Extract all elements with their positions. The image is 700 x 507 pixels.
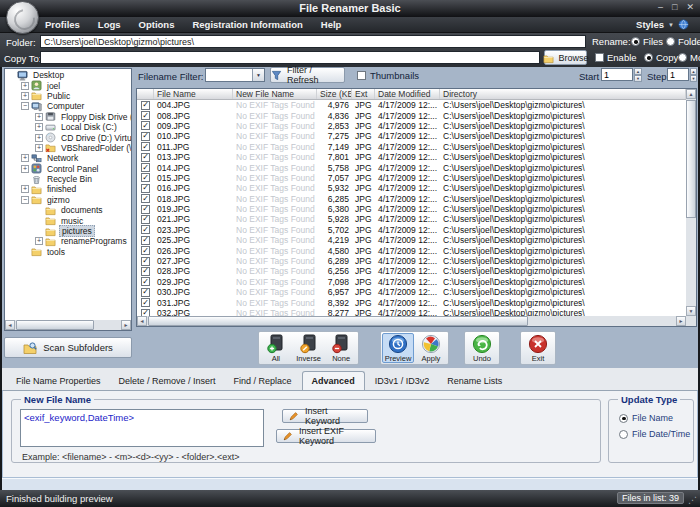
tree-expander-icon[interactable]: + (35, 237, 43, 245)
step-up-icon[interactable]: ▲ (690, 68, 697, 75)
step-input[interactable] (667, 68, 689, 81)
tree-item-network[interactable]: +Network (5, 153, 131, 163)
row-checkbox[interactable]: ✓ (141, 194, 150, 203)
scroll-left-icon[interactable]: ◄ (5, 320, 15, 330)
tree-item-vbsharedfolder-vboxsvr-2[interactable]: +VBSharedFolder (\\vboxsvr) (2 (5, 143, 131, 153)
tree-expander-icon[interactable]: − (21, 196, 29, 204)
row-checkbox[interactable]: ✓ (141, 205, 150, 214)
table-row[interactable]: ✓021.JPGNo EXIF Tags Found5,928JPG4/17/2… (137, 214, 686, 224)
row-checkbox[interactable]: ✓ (141, 277, 150, 286)
row-checkbox[interactable]: ✓ (141, 267, 150, 276)
tree-item-floppy-disk-drive-a[interactable]: +Floppy Disk Drive (A:) (5, 112, 131, 122)
copy-radio[interactable] (644, 53, 653, 62)
row-checkbox[interactable]: ✓ (141, 288, 150, 297)
exit-button[interactable]: Exit (522, 333, 554, 363)
tree-item-finished[interactable]: +finished (5, 184, 131, 194)
table-row[interactable]: ✓018.JPGNo EXIF Tags Found6,285JPG4/17/2… (137, 194, 686, 204)
menu-help[interactable]: Help (312, 19, 351, 30)
tab-delete-remove-insert[interactable]: Delete / Remove / Insert (111, 373, 224, 390)
tree-horizontal-scrollbar[interactable]: ◄ ► (5, 320, 131, 330)
inverse-button[interactable]: Inverse (293, 333, 325, 363)
row-checkbox[interactable]: ✓ (141, 298, 150, 307)
table-row[interactable]: ✓011.JPGNo EXIF Tags Found7,149JPG4/17/2… (137, 142, 686, 152)
all-button[interactable]: All (260, 333, 292, 363)
table-row[interactable]: ✓028.JPGNo EXIF Tags Found6,256JPG4/17/2… (137, 266, 686, 276)
row-checkbox[interactable]: ✓ (141, 309, 150, 317)
tree-item-recycle-bin[interactable]: +Recycle Bin (5, 174, 131, 184)
maximize-button[interactable]: □ (672, 2, 677, 12)
tree-expander-icon[interactable]: − (21, 102, 29, 110)
tree-item-pictures[interactable]: +pictures (5, 226, 131, 236)
tree-item-local-disk-c[interactable]: +Local Disk (C:) (5, 122, 131, 132)
tree-expander-icon[interactable]: + (21, 154, 29, 162)
update-file-name-radio[interactable] (619, 414, 628, 423)
menu-options[interactable]: Options (130, 19, 184, 30)
row-checkbox[interactable]: ✓ (141, 225, 150, 234)
row-checkbox[interactable]: ✓ (141, 173, 150, 182)
insert-keyword-button[interactable]: Insert Keyword (282, 409, 368, 423)
menu-logs[interactable]: Logs (89, 19, 130, 30)
combobox-dropdown-icon[interactable]: ▼ (252, 69, 264, 81)
row-checkbox[interactable]: ✓ (141, 101, 150, 110)
table-row[interactable]: ✓025.JPGNo EXIF Tags Found4,219JPG4/17/2… (137, 235, 686, 245)
row-checkbox[interactable]: ✓ (141, 215, 150, 224)
scroll-left-icon[interactable]: ◄ (137, 316, 147, 326)
table-row[interactable]: ✓019.JPGNo EXIF Tags Found6,380JPG4/17/2… (137, 204, 686, 214)
filename-filter-combobox[interactable]: ▼ (205, 68, 265, 82)
tree-item-control-panel[interactable]: +Control Panel (5, 164, 131, 174)
column-header-size-kb[interactable]: Size (KB) (317, 89, 352, 99)
scroll-down-icon[interactable]: ▼ (686, 306, 696, 316)
enable-checkbox[interactable] (595, 53, 604, 62)
menu-registration-information[interactable]: Registration Information (183, 19, 311, 30)
table-row[interactable]: ✓016.JPGNo EXIF Tags Found5,932JPG4/17/2… (137, 183, 686, 193)
tree-item-renameprograms[interactable]: +renamePrograms (5, 236, 131, 246)
scan-subfolders-button[interactable]: Scan Subfolders (4, 337, 132, 358)
tree-item-gizmo[interactable]: −gizmo (5, 195, 131, 205)
browse-button[interactable]: Browse (544, 50, 587, 65)
table-row[interactable]: ✓009.JPGNo EXIF Tags Found2,853JPG4/17/2… (137, 121, 686, 131)
tree-expander-icon[interactable]: + (21, 92, 29, 100)
thumbnails-checkbox[interactable] (357, 71, 366, 80)
update-file-datetime-radio[interactable] (619, 430, 628, 439)
resize-grip[interactable]: ⋰ (688, 495, 698, 505)
column-header-date-modified[interactable]: Date Modified (375, 89, 440, 99)
row-checkbox[interactable]: ✓ (141, 236, 150, 245)
row-checkbox[interactable]: ✓ (141, 246, 150, 255)
preview-button[interactable]: Preview (382, 333, 414, 363)
row-checkbox[interactable]: ✓ (141, 121, 150, 130)
tree-expander-icon[interactable]: + (21, 185, 29, 193)
step-stepper[interactable]: ▲▼ (667, 68, 697, 81)
styles-menu[interactable]: Styles ▼ (636, 19, 700, 31)
scroll-right-icon[interactable]: ► (676, 316, 686, 326)
close-button[interactable]: ✕ (686, 2, 694, 12)
filter-refresh-button[interactable]: Filter / Refresh (270, 67, 345, 83)
table-row[interactable]: ✓013.JPGNo EXIF Tags Found7,801JPG4/17/2… (137, 152, 686, 162)
table-row[interactable]: ✓030.JPGNo EXIF Tags Found6,957JPG4/17/2… (137, 287, 686, 297)
table-vertical-scrollbar[interactable]: ▲ ▼ (686, 89, 696, 316)
table-row[interactable]: ✓008.JPGNo EXIF Tags Found4,836JPG4/17/2… (137, 110, 686, 120)
table-header[interactable]: File NameNew File NameSize (KB)ExtDate M… (137, 89, 686, 100)
undo-button[interactable]: Undo (466, 333, 498, 363)
column-header-file-name[interactable]: File Name (154, 89, 233, 99)
tab-find-replace[interactable]: Find / Replace (226, 373, 300, 390)
minimize-button[interactable]: – (658, 2, 663, 12)
start-stepper[interactable]: ▲▼ (601, 68, 642, 81)
rename-files-radio[interactable] (631, 37, 640, 46)
table-row[interactable]: ✓031.JPGNo EXIF Tags Found8,392JPG4/17/2… (137, 297, 686, 307)
tree-item-joel[interactable]: +joel (5, 80, 131, 90)
tree-expander-icon[interactable]: + (21, 165, 29, 173)
row-checkbox[interactable]: ✓ (141, 111, 150, 120)
tab-rename-lists[interactable]: Rename Lists (439, 373, 510, 390)
tab-advanced[interactable]: Advanced (302, 371, 365, 391)
tree-item-desktop[interactable]: +Desktop (5, 70, 131, 80)
tree-item-public[interactable]: +Public (5, 91, 131, 101)
menu-profiles[interactable]: Profiles (36, 19, 89, 30)
tree-item-computer[interactable]: −Computer (5, 101, 131, 111)
start-input[interactable] (601, 68, 633, 81)
tree-expander-icon[interactable]: + (35, 134, 43, 142)
rename-folders-radio[interactable] (666, 37, 675, 46)
table-row[interactable]: ✓015.JPGNo EXIF Tags Found7,057JPG4/17/2… (137, 173, 686, 183)
apply-button[interactable]: Apply (415, 333, 447, 363)
folder-input[interactable] (40, 35, 586, 48)
column-header-new-file-name[interactable]: New File Name (233, 89, 317, 99)
